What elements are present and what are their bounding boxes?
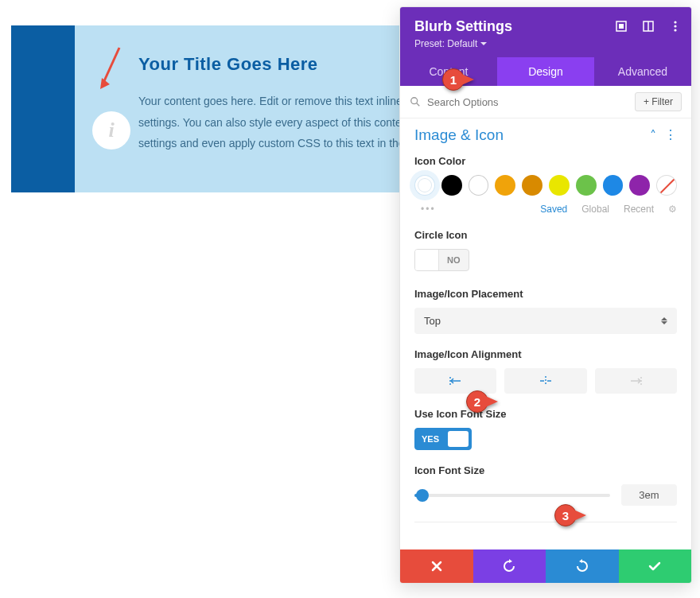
divider xyxy=(414,522,677,522)
blurb-stripe xyxy=(11,25,75,192)
section-more-icon[interactable]: ⋮ xyxy=(664,133,677,138)
alignment-label: Image/Icon Alignment xyxy=(414,348,677,360)
collapse-icon[interactable]: ˄ xyxy=(650,128,656,143)
swatch-more-icon[interactable]: ••• xyxy=(421,204,436,215)
panel-header: Blurb Settings Preset: Default xyxy=(400,7,691,57)
preset-selector[interactable]: Preset: Default xyxy=(414,38,677,49)
swatch-white[interactable] xyxy=(469,175,489,196)
svg-rect-3 xyxy=(619,24,624,29)
svg-point-6 xyxy=(674,21,676,23)
swatch-none[interactable] xyxy=(656,175,677,196)
gear-icon[interactable]: ⚙ xyxy=(668,204,677,215)
align-left-button[interactable] xyxy=(414,368,496,394)
swatch-tab-recent[interactable]: Recent xyxy=(624,204,654,215)
panel-footer xyxy=(400,549,691,583)
tabs: Content Design Advanced xyxy=(400,57,691,86)
use-icon-size-label: Use Icon Font Size xyxy=(414,408,677,420)
section-title[interactable]: Image & Icon xyxy=(414,126,504,144)
redo-button[interactable] xyxy=(546,549,619,583)
font-size-value[interactable]: 3em xyxy=(621,484,677,506)
circle-icon-toggle[interactable]: NO xyxy=(414,249,469,271)
placement-value: Top xyxy=(424,315,441,327)
filter-button[interactable]: + Filter xyxy=(635,92,682,111)
placement-label: Image/Icon Placement xyxy=(414,288,677,300)
select-caret-icon xyxy=(661,314,667,328)
swatch-black[interactable] xyxy=(441,175,462,196)
cancel-button[interactable] xyxy=(400,549,473,583)
swatch-purple[interactable] xyxy=(629,175,650,196)
swatch-blue[interactable] xyxy=(603,175,624,196)
svg-point-8 xyxy=(674,29,676,31)
align-center-button[interactable] xyxy=(504,368,586,394)
tab-design[interactable]: Design xyxy=(497,57,594,86)
placement-select[interactable]: Top xyxy=(414,308,677,334)
icon-color-label: Icon Color xyxy=(414,155,677,167)
save-button[interactable] xyxy=(619,549,692,583)
search-icon xyxy=(410,96,421,107)
search-input[interactable] xyxy=(427,96,628,108)
circle-icon-label: Circle Icon xyxy=(414,229,677,241)
svg-point-9 xyxy=(411,98,418,104)
swatch-tab-global[interactable]: Global xyxy=(581,204,609,215)
swatch-amber[interactable] xyxy=(522,175,542,196)
tab-content[interactable]: Content xyxy=(400,57,497,86)
color-swatches xyxy=(414,175,677,196)
search-row: + Filter xyxy=(400,86,691,118)
svg-line-10 xyxy=(417,103,420,107)
more-icon[interactable] xyxy=(669,20,682,33)
column-icon[interactable] xyxy=(642,20,655,33)
slider-thumb[interactable] xyxy=(416,489,429,502)
swatch-tab-saved[interactable]: Saved xyxy=(540,204,567,215)
align-right-button[interactable] xyxy=(595,368,677,394)
svg-point-7 xyxy=(674,25,676,27)
font-size-slider[interactable] xyxy=(414,494,610,497)
settings-panel: Blurb Settings Preset: Default Content D… xyxy=(399,6,692,584)
expand-icon[interactable] xyxy=(615,20,628,33)
use-icon-size-toggle[interactable]: YES xyxy=(414,428,472,450)
info-icon: i xyxy=(92,111,130,150)
font-size-label: Icon Font Size xyxy=(414,464,677,476)
swatch-yellow[interactable] xyxy=(549,175,570,196)
circle-icon-toggle-label: NO xyxy=(439,255,469,265)
undo-button[interactable] xyxy=(473,549,546,583)
swatch-green[interactable] xyxy=(576,175,597,196)
swatch-selected[interactable] xyxy=(414,175,435,196)
tab-advanced[interactable]: Advanced xyxy=(594,57,691,86)
use-icon-size-toggle-label: YES xyxy=(415,434,445,444)
swatch-orange[interactable] xyxy=(495,175,515,196)
